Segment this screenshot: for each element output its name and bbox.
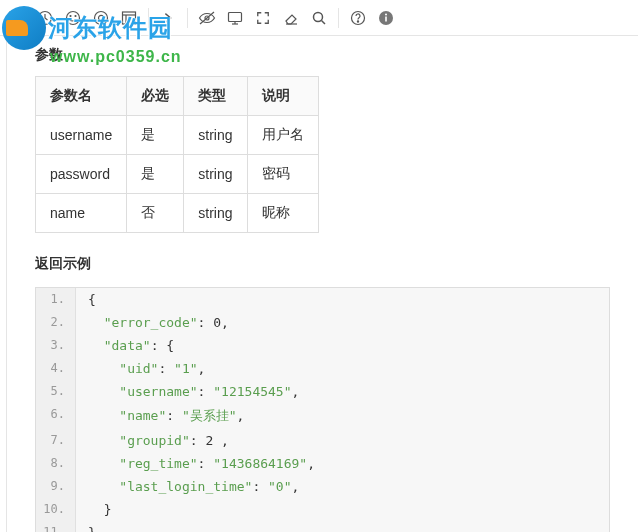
line-number: 5. bbox=[36, 380, 76, 403]
code-content: } bbox=[76, 498, 111, 521]
code-block: 1.{2. "error_code": 0,3. "data": {4. "ui… bbox=[35, 287, 610, 532]
line-number: 3. bbox=[36, 334, 76, 357]
table-cell: 密码 bbox=[247, 155, 318, 194]
table-cell: username bbox=[36, 116, 127, 155]
code-line: 6. "name": "吴系挂", bbox=[36, 403, 609, 429]
code-content: "data": { bbox=[76, 334, 174, 357]
code-content: "groupid": 2 , bbox=[76, 429, 229, 452]
smile-icon[interactable] bbox=[60, 5, 86, 31]
svg-point-19 bbox=[314, 12, 323, 21]
code-line: 7. "groupid": 2 , bbox=[36, 429, 609, 452]
code-line: 3. "data": { bbox=[36, 334, 609, 357]
table-cell: string bbox=[184, 194, 247, 233]
code-content: "name": "吴系挂", bbox=[76, 403, 244, 429]
code-content: "uid": "1", bbox=[76, 357, 205, 380]
table-cell: 否 bbox=[127, 194, 184, 233]
editor-toolbar bbox=[0, 0, 638, 36]
svg-point-9 bbox=[95, 11, 108, 24]
table-cell: password bbox=[36, 155, 127, 194]
table-header: 参数名 bbox=[36, 77, 127, 116]
code-line: 9. "last_login_time": "0", bbox=[36, 475, 609, 498]
line-number: 4. bbox=[36, 357, 76, 380]
table-cell: 用户名 bbox=[247, 116, 318, 155]
code-content: "error_code": 0, bbox=[76, 311, 229, 334]
eye-off-icon[interactable] bbox=[194, 5, 220, 31]
code-line: 10. } bbox=[36, 498, 609, 521]
svg-point-6 bbox=[67, 11, 80, 24]
code-line: 5. "username": "12154545", bbox=[36, 380, 609, 403]
code-content: "last_login_time": "0", bbox=[76, 475, 299, 498]
params-heading: 参数 bbox=[35, 46, 610, 64]
toolbar-separator bbox=[148, 8, 149, 28]
table-cell: string bbox=[184, 116, 247, 155]
svg-rect-15 bbox=[229, 12, 242, 21]
line-number: 2. bbox=[36, 311, 76, 334]
monitor-icon[interactable] bbox=[222, 5, 248, 31]
svg-point-22 bbox=[357, 20, 358, 21]
chevron-right-icon[interactable] bbox=[155, 5, 181, 31]
code-line: 1.{ bbox=[36, 288, 609, 311]
svg-rect-10 bbox=[123, 12, 136, 24]
table-cell: 是 bbox=[127, 116, 184, 155]
toolbar-separator bbox=[187, 8, 188, 28]
info-icon[interactable] bbox=[373, 5, 399, 31]
code-content: } bbox=[76, 521, 96, 532]
table-header: 类型 bbox=[184, 77, 247, 116]
help-icon[interactable] bbox=[345, 5, 371, 31]
line-number: 6. bbox=[36, 403, 76, 429]
code-content: "username": "12154545", bbox=[76, 380, 299, 403]
svg-point-7 bbox=[70, 15, 71, 16]
code-content: { bbox=[76, 288, 96, 311]
line-number: 10. bbox=[36, 498, 76, 521]
code-line: 11.} bbox=[36, 521, 609, 532]
code-content: "reg_time": "1436864169", bbox=[76, 452, 315, 475]
table-cell: 是 bbox=[127, 155, 184, 194]
params-table: 参数名必选类型说明 username是string用户名password是str… bbox=[35, 76, 319, 233]
copyright-icon[interactable] bbox=[88, 5, 114, 31]
line-number: 9. bbox=[36, 475, 76, 498]
code-line: 2. "error_code": 0, bbox=[36, 311, 609, 334]
document-content: 参数 参数名必选类型说明 username是string用户名password是… bbox=[6, 36, 638, 532]
line-number: 11. bbox=[36, 521, 76, 532]
table-header: 必选 bbox=[127, 77, 184, 116]
table-cell: 昵称 bbox=[247, 194, 318, 233]
code-line: 8. "reg_time": "1436864169", bbox=[36, 452, 609, 475]
table-cell: name bbox=[36, 194, 127, 233]
table-icon[interactable] bbox=[4, 5, 30, 31]
return-example-heading: 返回示例 bbox=[35, 255, 610, 273]
table-row: username是string用户名 bbox=[36, 116, 319, 155]
line-number: 8. bbox=[36, 452, 76, 475]
search-icon[interactable] bbox=[306, 5, 332, 31]
layout-icon[interactable] bbox=[116, 5, 142, 31]
svg-line-20 bbox=[322, 20, 326, 24]
line-number: 7. bbox=[36, 429, 76, 452]
svg-rect-0 bbox=[10, 12, 24, 24]
table-cell: string bbox=[184, 155, 247, 194]
eraser-icon[interactable] bbox=[278, 5, 304, 31]
table-row: password是string密码 bbox=[36, 155, 319, 194]
clock-icon[interactable] bbox=[32, 5, 58, 31]
table-row: name否string昵称 bbox=[36, 194, 319, 233]
line-number: 1. bbox=[36, 288, 76, 311]
toolbar-separator bbox=[338, 8, 339, 28]
code-line: 4. "uid": "1", bbox=[36, 357, 609, 380]
table-header: 说明 bbox=[247, 77, 318, 116]
svg-rect-24 bbox=[385, 16, 387, 21]
expand-icon[interactable] bbox=[250, 5, 276, 31]
svg-point-8 bbox=[75, 15, 76, 16]
svg-point-25 bbox=[385, 13, 387, 15]
